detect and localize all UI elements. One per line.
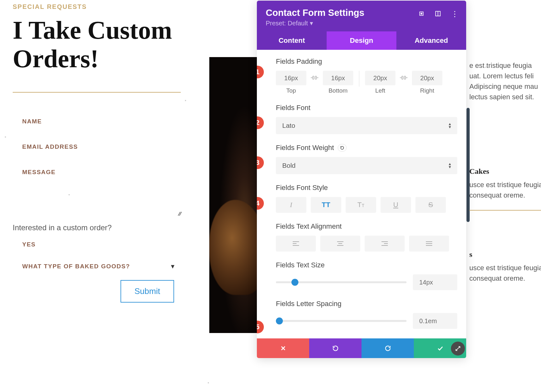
right-divider-1 (469, 210, 541, 211)
select-arrows-icon: ▴▾ (449, 122, 451, 129)
fields-letter-spacing-label: Fields Letter Spacing (276, 300, 457, 308)
padding-right-input[interactable] (412, 71, 442, 85)
tab-design[interactable]: Design (327, 31, 396, 50)
caret-down-icon: ▾ (310, 19, 313, 27)
padding-top-input[interactable] (276, 71, 306, 85)
underline-button[interactable]: U (381, 197, 411, 213)
fields-text-alignment-label: Fields Text Alignment (276, 222, 457, 231)
step-badge-5: 5 (257, 321, 264, 333)
right-column-content: e est tristique feugia uat. Lorem lectus… (469, 60, 541, 284)
strikethrough-button[interactable]: S (415, 197, 446, 213)
preset-selector[interactable]: Preset: Default ▾ (266, 19, 313, 27)
panel-body: Fields Padding Top Bottom Left (257, 50, 466, 338)
chevron-down-icon: ▾ (171, 262, 174, 271)
align-center-button[interactable] (320, 236, 360, 252)
padding-left-input[interactable] (365, 71, 395, 85)
link-horizontal-icon[interactable] (399, 71, 408, 82)
svg-line-22 (456, 347, 460, 351)
align-right-button[interactable] (365, 236, 405, 252)
text-size-value[interactable]: 14px (413, 274, 457, 290)
text-size-slider-row: 14px (276, 274, 457, 290)
form-heading: I Take Custom Orders! (13, 16, 184, 73)
submit-button[interactable]: Submit (121, 280, 174, 303)
expand-module-icon[interactable] (418, 10, 425, 18)
fields-text-size-label: Fields Text Size (276, 261, 457, 269)
text-size-thumb[interactable] (291, 279, 298, 286)
columns-icon[interactable] (434, 10, 441, 18)
link-vertical-icon[interactable] (310, 71, 319, 82)
smallcaps-button[interactable]: TT (346, 197, 376, 213)
custom-order-answer[interactable]: YES (13, 241, 184, 248)
svg-rect-4 (313, 76, 314, 79)
form-subtitle: SPECIAL REQUESTS (13, 3, 184, 10)
font-style-buttons: I TT TT U S (276, 197, 457, 213)
text-size-slider[interactable] (276, 281, 407, 283)
field-email-label[interactable]: EMAIL ADDRESS (13, 143, 184, 150)
fields-padding-label: Fields Padding (276, 57, 457, 66)
step-badge-4: 4 (257, 197, 264, 210)
svg-rect-6 (402, 76, 403, 79)
kebab-menu-icon[interactable]: ⋮ (451, 10, 459, 18)
fields-font-label: Fields Font (276, 104, 457, 112)
field-name-label[interactable]: NAME (13, 118, 184, 125)
accent-divider (13, 92, 181, 93)
cancel-button[interactable] (257, 338, 309, 358)
step-badge-2: 2 (257, 116, 264, 129)
svg-rect-5 (315, 76, 316, 79)
baked-goods-label: WHAT TYPE OF BAKED GOODS? (22, 263, 130, 270)
contact-form-preview: SPECIAL REQUESTS I Take Custom Orders! N… (13, 3, 184, 303)
align-justify-button[interactable] (409, 236, 449, 252)
uppercase-button[interactable]: TT (311, 197, 341, 213)
letter-spacing-slider[interactable] (276, 320, 407, 322)
text-alignment-buttons (276, 236, 457, 252)
cakes-title: Cakes (469, 166, 541, 177)
panel-footer (257, 338, 466, 358)
fields-font-weight-label: Fields Font Weight (276, 144, 457, 152)
italic-button[interactable]: I (276, 197, 306, 213)
step-badge-1: 1 (257, 66, 264, 78)
baked-goods-select[interactable]: WHAT TYPE OF BAKED GOODS? ▾ (13, 262, 184, 271)
align-left-button[interactable] (276, 236, 316, 252)
reset-weight-icon[interactable] (338, 144, 347, 152)
letter-spacing-thumb[interactable] (276, 317, 283, 324)
svg-point-1 (421, 13, 422, 14)
letter-spacing-value[interactable]: 0.1em (413, 313, 457, 329)
letter-spacing-slider-row: 0.1em (276, 313, 457, 329)
fields-font-select[interactable]: Lato ▴▾ (276, 117, 457, 134)
step-badge-3: 3 (257, 156, 264, 169)
fields-font-style-label: Fields Font Style (276, 184, 457, 192)
contact-form-settings-panel: Contact Form Settings Preset: Default ▾ … (257, 1, 466, 358)
resize-panel-handle[interactable] (451, 342, 465, 356)
padding-bottom-input[interactable] (323, 71, 353, 85)
textarea-resize-handle[interactable]: ⁄⁄ (179, 211, 181, 217)
custom-order-question: Interested in a custom order? (13, 223, 184, 232)
redo-button[interactable] (362, 338, 414, 358)
field-message-label[interactable]: MESSAGE ⁄⁄ (13, 169, 184, 176)
fields-font-weight-select[interactable]: Bold ▴▾ (276, 157, 457, 174)
panel-header[interactable]: Contact Form Settings Preset: Default ▾ … (257, 1, 466, 31)
tab-content[interactable]: Content (257, 31, 327, 50)
panel-tabs: Content Design Advanced (257, 31, 466, 50)
undo-button[interactable] (309, 338, 362, 358)
svg-rect-7 (404, 76, 406, 79)
select-arrows-icon: ▴▾ (449, 162, 451, 169)
tab-advanced[interactable]: Advanced (396, 31, 466, 50)
fields-padding-inputs: Top Bottom Left Right (276, 71, 457, 94)
